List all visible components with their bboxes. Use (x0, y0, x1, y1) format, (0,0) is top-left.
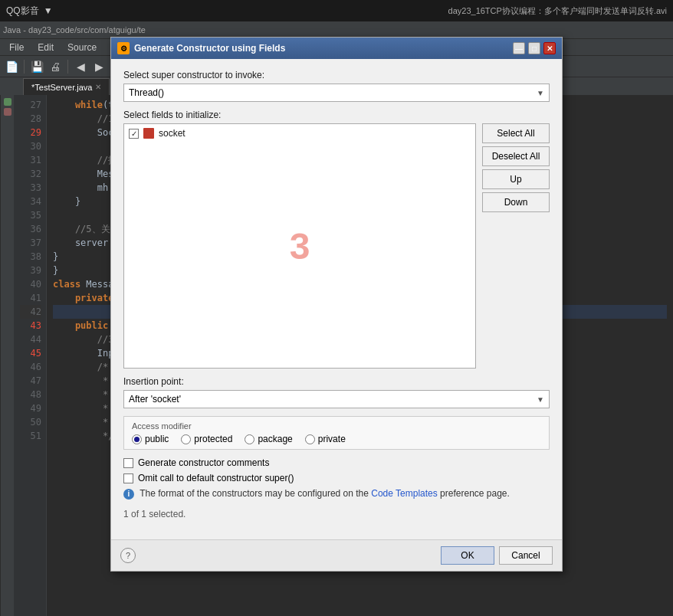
fields-list-wrap: socket 3 (123, 123, 476, 369)
fields-number-display: 3 (290, 225, 310, 267)
radio-circle-protected (181, 434, 191, 444)
radio-circle-public (132, 434, 142, 444)
super-constructor-dropdown[interactable]: Thread() ▼ (123, 84, 550, 102)
modal-maximize-button[interactable]: □ (528, 42, 540, 54)
cancel-button[interactable]: Cancel (499, 546, 553, 565)
modal-overlay: ⚙ Generate Constructor using Fields — □ … (0, 21, 673, 616)
super-constructor-label: Select super constructor to invoke: (123, 70, 550, 80)
field-name-socket: socket (159, 128, 185, 139)
insertion-value: After 'socket' (129, 394, 181, 405)
status-text: 1 of 1 selected. (123, 509, 185, 519)
radio-protected[interactable]: protected (181, 434, 232, 444)
info-text-prefix: The format of the constructors may be co… (140, 488, 371, 499)
up-button[interactable]: Up (482, 169, 550, 189)
radio-label-package: package (258, 434, 292, 444)
deselect-all-button[interactable]: Deselect All (482, 146, 550, 166)
info-icon: i (123, 489, 134, 500)
dropdown-arrow-icon: ▼ (537, 89, 544, 97)
radio-label-public: public (145, 434, 169, 444)
fields-list[interactable]: socket 3 (123, 123, 476, 369)
footer-action-buttons: OK Cancel (441, 546, 553, 565)
app-name: QQ影音 (6, 5, 39, 18)
radio-row: public protected package private (132, 434, 541, 444)
radio-label-protected: protected (194, 434, 232, 444)
fields-section-row: Select fields to initialize: socket 3 (123, 110, 550, 369)
radio-package[interactable]: package (245, 434, 292, 444)
down-button[interactable]: Down (482, 192, 550, 212)
access-modifier-label: Access modifier (132, 421, 541, 431)
window-title: day23_16TCP协议编程：多个客户端同时发送单词反转.avi (448, 5, 667, 17)
access-modifier-group: Access modifier public protected package (123, 416, 550, 450)
insertion-dropdown[interactable]: After 'socket' ▼ (123, 390, 550, 408)
field-item-socket[interactable]: socket (124, 124, 475, 143)
insertion-label: Insertion point: (123, 376, 550, 387)
select-all-button[interactable]: Select All (482, 123, 550, 143)
top-bar: QQ影音 ▼ day23_16TCP协议编程：多个客户端同时发送单词反转.avi (0, 0, 673, 21)
modal-dialog-icon: ⚙ (117, 42, 130, 54)
modal-footer: ? OK Cancel (111, 539, 562, 571)
modal-title: Generate Constructor using Fields (134, 43, 285, 54)
field-checkbox-socket[interactable] (129, 129, 139, 139)
modal-title-area: ⚙ Generate Constructor using Fields (117, 42, 285, 54)
insertion-point-row: Insertion point: After 'socket' ▼ (123, 376, 550, 408)
modal-window-controls: — □ ✕ (513, 42, 556, 54)
generate-constructor-dialog: ⚙ Generate Constructor using Fields — □ … (110, 37, 563, 572)
radio-circle-private (305, 434, 315, 444)
fields-section: socket 3 Select All Deselect All Up Down (123, 123, 550, 369)
status-bar: 1 of 1 selected. (123, 506, 550, 523)
ok-button[interactable]: OK (441, 546, 494, 565)
omit-super-row[interactable]: Omit call to default constructor super() (123, 473, 550, 483)
field-type-icon-socket (143, 128, 154, 139)
modal-close-button[interactable]: ✕ (543, 42, 556, 54)
modal-titlebar: ⚙ Generate Constructor using Fields — □ … (111, 38, 562, 59)
radio-public[interactable]: public (132, 434, 169, 444)
info-text: i The format of the constructors may be … (123, 488, 550, 500)
omit-super-checkbox[interactable] (123, 473, 133, 483)
app-title-area: QQ影音 ▼ (6, 5, 53, 18)
generate-comments-label: Generate constructor comments (138, 457, 269, 468)
help-button[interactable]: ? (120, 548, 136, 563)
modal-minimize-button[interactable]: — (513, 42, 525, 54)
modal-body: Select super constructor to invoke: Thre… (111, 59, 562, 539)
radio-private[interactable]: private (305, 434, 346, 444)
insertion-dropdown-arrow-icon: ▼ (537, 395, 544, 404)
generate-comments-row[interactable]: Generate constructor comments (123, 457, 550, 468)
fields-label: Select fields to initialize: (123, 110, 550, 120)
omit-super-label: Omit call to default constructor super() (138, 473, 294, 483)
radio-circle-package (245, 434, 254, 444)
app-menu-arrow: ▼ (44, 5, 53, 16)
generate-comments-checkbox[interactable] (123, 458, 133, 468)
radio-label-private: private (318, 434, 346, 444)
super-constructor-row: Select super constructor to invoke: Thre… (123, 70, 550, 102)
fields-buttons: Select All Deselect All Up Down (482, 123, 550, 369)
super-constructor-value: Thread() (129, 87, 164, 98)
code-templates-link[interactable]: Code Templates (371, 488, 438, 499)
info-text-suffix: preference page. (438, 488, 510, 499)
